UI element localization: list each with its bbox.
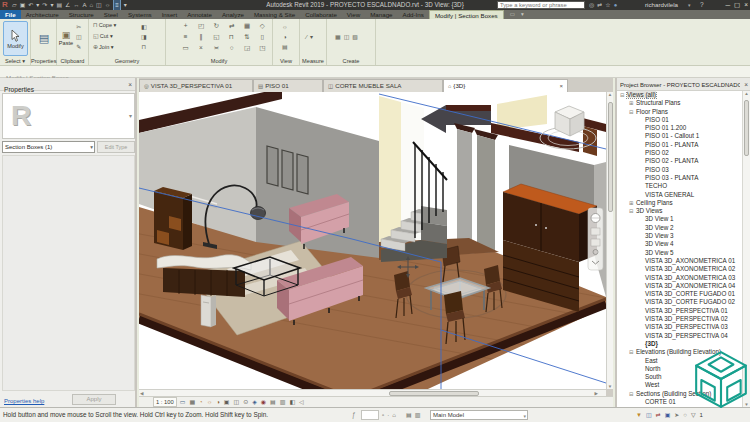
type-selector-dropdown-icon[interactable]: ▾	[90, 142, 93, 152]
design-options-combo[interactable]: Main Model ▾	[430, 410, 528, 420]
worksets-status-icon[interactable]: ▫	[382, 411, 384, 419]
browser-scrollbar[interactable]: ▲ ▼	[742, 91, 750, 407]
ribbon-tab-systems[interactable]: Systems	[123, 10, 157, 19]
paint-icon[interactable]: ◧	[141, 23, 147, 31]
browser-item-vista-3d-axonometrica-04[interactable]: VISTA 3D_AXONOMETRICA 04	[617, 282, 744, 290]
pan-icon[interactable]	[591, 228, 600, 235]
rotate-icon[interactable]: ↻	[211, 22, 222, 33]
ribbon-state-dropdown-icon[interactable]: ▾	[521, 10, 524, 19]
design-options-icon[interactable]: ▥	[415, 411, 421, 419]
reveal-hidden-icon[interactable]: ◉	[261, 398, 266, 407]
project-browser-close-icon[interactable]: ×	[744, 78, 748, 91]
demolish-icon[interactable]: ⊓	[141, 43, 147, 51]
default-3d-view-icon[interactable]: ⌂	[89, 0, 93, 10]
hide-icon[interactable]: ☼	[282, 23, 288, 31]
browser-item-elevations-building-elevation[interactable]: ⊟Elevations (Building Elevation)	[617, 348, 744, 356]
create-similar-icon[interactable]: ◫	[344, 33, 350, 41]
undo-dropdown-icon[interactable]: ▾	[36, 0, 39, 10]
browser-item-3d-view-5[interactable]: 3D View 5	[617, 249, 744, 257]
beam-icon[interactable]: ◲	[241, 44, 252, 55]
sign-in-sync-icon[interactable]: ⇄	[597, 0, 602, 10]
select-by-face-icon[interactable]: ○	[683, 411, 687, 419]
detail-level-icon[interactable]: ▭	[180, 398, 186, 407]
browser-item-south[interactable]: South	[617, 373, 744, 381]
browser-item-vista-general[interactable]: VISTA GENERAL	[617, 191, 744, 199]
browser-item-floor-plans[interactable]: ⊟Floor Plans	[617, 108, 744, 116]
align-icon[interactable]: ≡	[180, 33, 191, 44]
split-icon[interactable]: ◱	[211, 33, 222, 44]
scale-button[interactable]: 1 : 100	[153, 397, 177, 407]
scale-icon[interactable]: ◇	[257, 22, 268, 33]
panel-label-geometry[interactable]: Geometry	[89, 57, 165, 65]
browser-item-views-all[interactable]: ⊟Views (all)	[617, 91, 744, 99]
close-button[interactable]: ×	[744, 0, 748, 10]
browser-item-piso-01[interactable]: PISO 01	[617, 116, 744, 124]
match-type-icon[interactable]: ✎	[76, 43, 82, 51]
properties-close-icon[interactable]: ×	[128, 78, 132, 91]
qat-customize-icon[interactable]: ▾	[124, 0, 127, 10]
join-button[interactable]: ⊕Join ▾	[93, 43, 114, 52]
create-assembly-icon[interactable]: ▧	[352, 33, 358, 41]
tree-expander-icon[interactable]: ⊞	[629, 199, 636, 207]
help-icon[interactable]: ?	[700, 0, 704, 10]
text-icon[interactable]: A	[82, 0, 86, 10]
browser-item-ceiling-plans[interactable]: ⊞Ceiling Plans	[617, 199, 744, 207]
constraints-icon[interactable]: ▥	[280, 398, 286, 407]
browser-item-vista-3d-axonometrica-01[interactable]: VISTA 3D_AXONOMETRICA 01	[617, 257, 744, 265]
properties-header[interactable]: Properties ×	[0, 78, 135, 91]
signed-in-user[interactable]: richardvilela	[645, 0, 678, 10]
move-icon[interactable]: +	[180, 22, 191, 33]
pin-icon[interactable]: ▯	[257, 33, 268, 44]
browser-item-vista-3d-corte-fugado-01[interactable]: VISTA 3D_CORTE FUGADO 01	[617, 290, 744, 298]
user-dropdown-icon[interactable]: ▾	[688, 0, 691, 10]
requests-icon[interactable]: ·	[387, 411, 389, 419]
panel-label-clipboard[interactable]: Clipboard	[57, 57, 88, 65]
scroll-down-icon[interactable]: ▼	[607, 384, 613, 389]
properties-toggle-button[interactable]: ▤	[34, 23, 54, 53]
ribbon-tab-add-ins[interactable]: Add-Ins	[398, 10, 429, 19]
paste-button[interactable]: ▣ Paste	[58, 21, 74, 55]
browser-item-vista-3d-perspectiva-01[interactable]: VISTA 3D_PERSPECTIVA 01	[617, 307, 744, 315]
browser-item-3d-view-2[interactable]: 3D View 2	[617, 224, 744, 232]
ribbon-tab-structure[interactable]: Structure	[64, 10, 99, 19]
temporary-view-icon[interactable]: ▤	[270, 398, 276, 407]
panel-label-create[interactable]: Create	[327, 57, 375, 65]
tree-expander-icon[interactable]: ⊟	[629, 207, 636, 215]
type-selector-combo[interactable]: Section Boxes (1) ▾	[2, 141, 95, 153]
apply-button[interactable]: Apply	[72, 394, 116, 405]
override-icon[interactable]: ◑	[282, 33, 288, 41]
offset-icon[interactable]: ∥	[195, 33, 206, 44]
browser-item-piso-03-planta[interactable]: PISO 03 - PLANTA	[617, 174, 744, 182]
view-tab-vista-3d-perspectiva-01[interactable]: ◎VISTA 3D_PERSPECTIVA 01	[139, 79, 253, 92]
panel-label-view[interactable]: View	[273, 57, 299, 65]
favorites-star-icon[interactable]: ☆	[605, 0, 610, 10]
cut-icon[interactable]: ✂	[76, 23, 82, 31]
create-group-icon[interactable]: ▦	[335, 33, 341, 41]
exclude-options-filter-icon[interactable]: ▼	[636, 411, 642, 419]
crop-view-icon[interactable]: ▣	[224, 398, 230, 407]
vertical-scroll-thumb[interactable]	[608, 102, 613, 212]
tree-expander-icon[interactable]: ⊟	[629, 108, 636, 116]
browser-item-piso-02[interactable]: PISO 02	[617, 149, 744, 157]
sync-status-icon[interactable]: ⌂	[392, 411, 396, 419]
browser-item-piso-01-1-200[interactable]: PISO 01 1.200	[617, 124, 744, 132]
ribbon-tab-file[interactable]: File	[0, 10, 21, 19]
browser-item-piso-01-callout-1[interactable]: PISO 01 - Callout 1	[617, 132, 744, 140]
view-tab-corte-mueble-sala[interactable]: ◫CORTE MUEBLE SALA	[323, 79, 443, 92]
drawing-area[interactable]	[139, 92, 606, 389]
delete-icon[interactable]: ×	[195, 44, 206, 55]
browser-item-vista-3d-axonometrica-03[interactable]: VISTA 3D_AXONOMETRICA 03	[617, 274, 744, 282]
type-preview-dropdown-icon[interactable]: ▾	[129, 112, 132, 119]
measure-tool-icon[interactable]: ∕	[306, 33, 307, 41]
browser-item-west[interactable]: West	[617, 381, 744, 389]
browser-item-3d[interactable]: {3D}	[617, 340, 744, 348]
browser-item-vista-3d-perspectiva-02[interactable]: VISTA 3D_PERSPECTIVA 02	[617, 315, 744, 323]
show-crop-icon[interactable]: ◫	[234, 398, 240, 407]
browser-item-vista-3d-corte-fugado-02[interactable]: VISTA 3D_CORTE FUGADO 02	[617, 298, 744, 306]
vertical-scrollbar[interactable]: ▲ ▼	[606, 92, 613, 389]
undo-icon[interactable]: ↶	[28, 0, 33, 10]
array-icon[interactable]: ▦	[241, 22, 252, 33]
shadows-icon[interactable]: ☼	[207, 398, 213, 407]
ribbon-tab-steel[interactable]: Steel	[99, 10, 123, 19]
unpin-icon[interactable]: ▭	[180, 44, 191, 55]
